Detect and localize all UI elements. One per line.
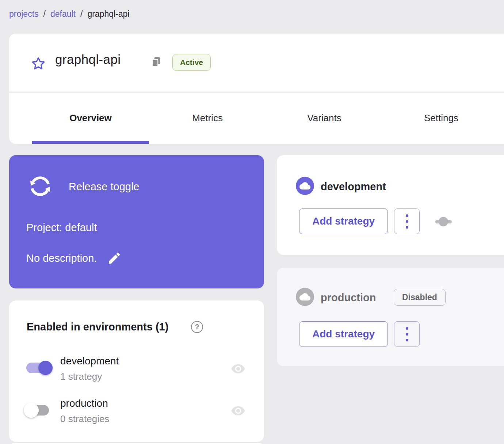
environment-row-label: development	[60, 355, 119, 367]
kebab-menu-icon	[406, 327, 408, 330]
tab-metrics[interactable]: Metrics	[149, 92, 266, 144]
strategy-count: 1 strategy	[60, 371, 102, 382]
add-strategy-button[interactable]: Add strategy	[299, 321, 388, 347]
more-actions-button[interactable]	[394, 208, 420, 234]
visibility-eye-button[interactable]	[229, 361, 247, 376]
environment-toggle-production[interactable]	[28, 405, 49, 416]
question-icon: ?	[195, 323, 199, 331]
kebab-menu-icon	[406, 333, 408, 336]
feature-header-card: graphql-api Active Overview Metrics Vari…	[9, 34, 504, 144]
toggle-knob	[24, 403, 39, 418]
kebab-menu-icon	[406, 226, 408, 229]
tab-overview[interactable]: Overview	[32, 92, 149, 144]
tab-variants[interactable]: Variants	[266, 92, 383, 144]
description-text: No description.	[26, 252, 97, 264]
environment-row-label: production	[60, 398, 108, 409]
status-badge: Active	[172, 54, 211, 71]
eye-icon	[229, 403, 247, 418]
environment-toggle-development[interactable]	[26, 363, 47, 373]
project-label: Project: default	[26, 222, 97, 234]
environment-avatar	[296, 288, 314, 306]
active-tab-indicator	[32, 141, 149, 144]
feature-type-label: Release toggle	[69, 181, 139, 193]
breadcrumb-current: graphql-api	[87, 9, 129, 19]
strategy-count: 0 strategies	[60, 413, 109, 425]
more-actions-button[interactable]	[394, 321, 420, 347]
toggle-knob	[38, 361, 53, 375]
description-row: No description.	[26, 251, 122, 265]
copy-name-button[interactable]	[150, 56, 162, 68]
environment-avatar	[296, 177, 314, 195]
tab-settings[interactable]: Settings	[383, 92, 500, 144]
enabled-environments-card: Enabled in environments (1) ? developmen…	[9, 301, 264, 442]
feature-title-row: graphql-api Active	[9, 34, 504, 93]
environment-name: production	[321, 292, 376, 304]
kebab-menu-icon	[406, 339, 408, 341]
edit-description-button[interactable]	[107, 251, 122, 265]
disabled-badge: Disabled	[394, 289, 446, 306]
environment-toggle-mini[interactable]	[435, 217, 452, 226]
breadcrumb-link-projects[interactable]: projects	[9, 9, 39, 19]
feature-type-card: Release toggle Project: default No descr…	[9, 155, 264, 288]
breadcrumb-separator: /	[80, 9, 83, 19]
eye-icon	[229, 361, 247, 376]
help-button[interactable]: ?	[191, 321, 203, 333]
pencil-icon	[107, 251, 122, 265]
kebab-menu-icon	[406, 220, 408, 223]
star-icon	[31, 56, 46, 71]
add-strategy-button[interactable]: Add strategy	[299, 208, 388, 234]
feature-overview-page: projects / default / graphql-api graphql…	[0, 0, 504, 444]
kebab-menu-icon	[406, 214, 408, 217]
favorite-star-button[interactable]	[31, 56, 46, 71]
toggle-knob	[439, 217, 448, 226]
page-title: graphql-api	[55, 52, 121, 67]
cloud-icon	[299, 180, 310, 191]
breadcrumb-separator: /	[43, 9, 46, 19]
environment-name: development	[321, 181, 386, 193]
environment-card-development: development Add strategy	[277, 155, 504, 255]
refresh-cycle-icon	[27, 173, 54, 200]
cloud-icon	[299, 291, 310, 302]
visibility-eye-button[interactable]	[229, 403, 247, 418]
panel-title: Enabled in environments (1)	[27, 321, 168, 333]
feature-tabs: Overview Metrics Variants Settings	[9, 92, 504, 144]
copy-icon	[150, 56, 162, 68]
breadcrumb: projects / default / graphql-api	[9, 9, 129, 19]
breadcrumb-link-default[interactable]: default	[50, 9, 76, 19]
environment-card-production: production Disabled Add strategy	[277, 268, 504, 366]
